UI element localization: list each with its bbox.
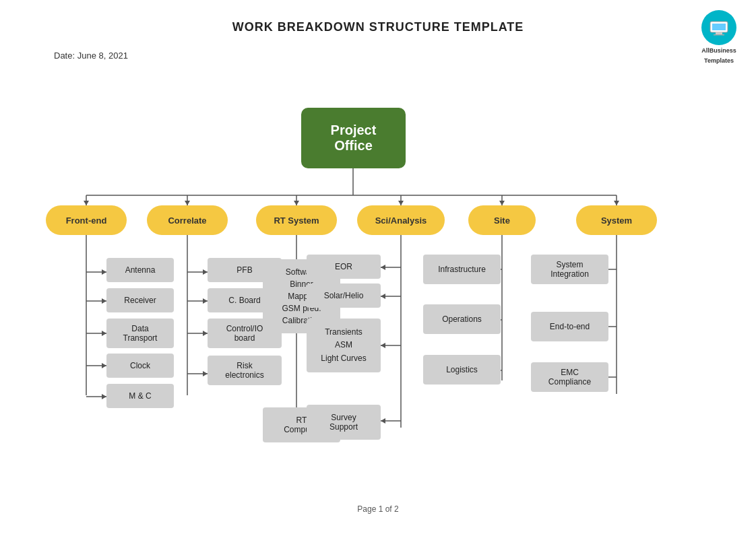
svg-marker-13 [185, 201, 190, 205]
svg-marker-49 [381, 294, 385, 299]
leaf-clock: Clock [106, 354, 174, 378]
svg-marker-48 [381, 265, 385, 270]
leaf-antenna: Antenna [106, 258, 174, 282]
svg-marker-12 [84, 201, 89, 205]
leaf-risk-electronics: Riskelectronics [208, 356, 282, 385]
leaf-end-to-end: End-to-end [531, 312, 608, 341]
node-site: Site [468, 205, 536, 235]
root-node: ProjectOffice [301, 108, 406, 168]
svg-marker-16 [499, 201, 505, 205]
svg-marker-17 [614, 201, 619, 205]
svg-marker-36 [203, 331, 208, 336]
leaf-solar-helio: Solar/Helio [307, 283, 381, 308]
leaf-receiver: Receiver [106, 288, 174, 312]
node-correlate: Correlate [147, 205, 228, 235]
wbs-diagram: ProjectOffice Front-end Correlate RT Sys… [0, 64, 756, 500]
node-frontend: Front-end [46, 205, 127, 235]
svg-marker-25 [102, 298, 106, 304]
logo-icon [701, 10, 736, 45]
leaf-infrastructure: Infrastructure [423, 255, 501, 284]
svg-rect-1 [712, 24, 726, 30]
svg-marker-26 [102, 331, 106, 336]
svg-marker-27 [102, 363, 106, 368]
svg-marker-24 [102, 269, 106, 275]
leaf-mc: M & C [106, 384, 174, 408]
leaf-emc-compliance: EMCCompliance [531, 362, 608, 392]
node-system: System [576, 205, 657, 235]
page-footer: Page 1 of 2 [0, 504, 756, 514]
svg-marker-51 [381, 418, 385, 424]
svg-rect-2 [716, 32, 722, 34]
svg-marker-50 [381, 343, 385, 348]
leaf-eor: EOR [307, 255, 381, 279]
leaf-system-integration: SystemIntegration [531, 255, 608, 284]
leaf-transients: TransientsASMLight Curves [307, 319, 381, 372]
logo: AllBusiness Templates [695, 10, 743, 65]
page-title: WORK BREAKDOWN STRUCTURE TEMPLATE [0, 20, 756, 34]
svg-marker-35 [203, 298, 208, 304]
leaf-operations: Operations [423, 304, 501, 334]
node-scianalysis: Sci/Analysis [357, 205, 445, 235]
date-label: Date: June 8, 2021 [54, 51, 128, 61]
leaf-logistics: Logistics [423, 355, 501, 385]
logo-text: AllBusiness [695, 47, 743, 55]
svg-marker-34 [203, 269, 208, 275]
node-rtsystem: RT System [256, 205, 337, 235]
svg-marker-15 [398, 201, 404, 205]
svg-marker-14 [294, 201, 299, 205]
svg-marker-28 [102, 394, 106, 399]
svg-rect-3 [714, 34, 724, 36]
svg-marker-37 [203, 371, 208, 376]
leaf-data-transport: DataTransport [106, 319, 174, 348]
leaf-survey-support: SurveySupport [307, 405, 381, 440]
